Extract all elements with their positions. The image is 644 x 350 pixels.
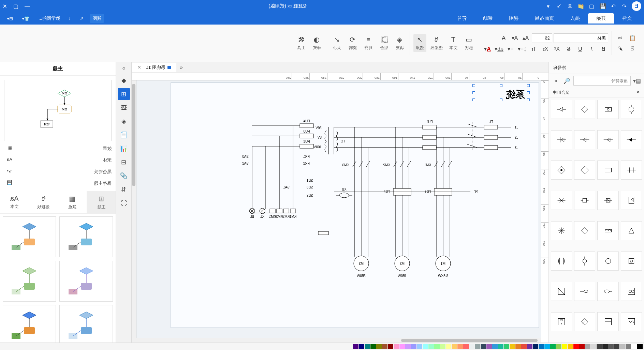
new-icon[interactable]: ▢ [589, 3, 595, 9]
group-tool[interactable]: ⿴组合 [378, 34, 391, 52]
collapse-lib-icon[interactable]: « [551, 76, 561, 86]
color-swatch[interactable] [573, 344, 579, 349]
symbol-item[interactable] [598, 100, 619, 119]
color-swatch[interactable] [626, 344, 631, 349]
color-swatch[interactable] [620, 344, 625, 349]
color-swatch[interactable] [504, 344, 509, 349]
symbol-item[interactable] [574, 252, 595, 271]
symbol-item[interactable] [621, 100, 642, 119]
canvas-scrollbar-vertical[interactable] [132, 80, 136, 338]
line-spacing-icon[interactable]: ‡≡▾ [517, 45, 527, 53]
color-swatch[interactable] [562, 344, 567, 349]
color-swatch[interactable] [486, 344, 492, 349]
symbol-item[interactable] [551, 191, 572, 210]
color-swatch[interactable] [631, 344, 637, 349]
side-fullscreen-icon[interactable]: ⛶ [118, 197, 130, 209]
color-swatch[interactable] [428, 344, 434, 349]
text-case-icon[interactable]: Tr [529, 45, 539, 53]
redo-icon[interactable]: ↷ [611, 3, 617, 9]
collapse-side-icon[interactable]: » [118, 63, 130, 73]
symbol-item[interactable] [551, 282, 572, 301]
symbol-item[interactable] [598, 252, 619, 271]
tabs-prev-icon[interactable]: « [176, 64, 186, 71]
underline-icon[interactable]: U [575, 45, 585, 53]
symbol-item[interactable] [598, 282, 619, 301]
color-swatch[interactable] [498, 344, 503, 349]
strike-icon[interactable]: S̶ [564, 45, 573, 53]
symbol-item[interactable] [551, 221, 572, 240]
color-swatch[interactable] [457, 344, 463, 349]
select-tool[interactable]: ↗选择 [413, 34, 426, 52]
color-swatch[interactable] [394, 344, 399, 349]
color-swatch[interactable] [376, 344, 382, 349]
color-swatch[interactable] [585, 344, 590, 349]
menu-insert[interactable]: 插入 [562, 13, 588, 24]
color-swatch[interactable] [527, 344, 532, 349]
symbol-item[interactable] [551, 130, 572, 149]
text-tool[interactable]: T文本 [447, 34, 460, 52]
color-swatch[interactable] [614, 344, 619, 349]
library-menu-icon[interactable]: ▤▾ [632, 76, 642, 86]
symbol-item[interactable] [574, 312, 595, 331]
color-swatch[interactable] [608, 344, 614, 349]
symbol-item[interactable] [551, 100, 572, 119]
color-swatch[interactable] [353, 344, 358, 349]
symbol-item[interactable] [551, 161, 572, 180]
side-page-icon[interactable]: 📄 [118, 129, 130, 141]
effect-icon[interactable]: ▦ [4, 145, 12, 152]
symbol-item[interactable] [621, 282, 642, 301]
side-layer-icon[interactable]: ◈ [118, 115, 130, 127]
theme-thumb[interactable] [3, 261, 56, 302]
color-swatch[interactable] [515, 344, 521, 349]
color-swatch[interactable] [469, 344, 474, 349]
qat-more-icon[interactable]: ▾ [545, 3, 551, 9]
diagram-title[interactable]: 系统 [506, 88, 525, 101]
symbol-item[interactable] [598, 312, 619, 331]
color-swatch[interactable] [481, 344, 486, 349]
font-size-select[interactable] [532, 33, 552, 43]
rotate-tool[interactable]: ⟲旋转 [346, 34, 359, 52]
color-swatch[interactable] [411, 344, 416, 349]
menu-help[interactable]: 帮助 [475, 13, 501, 24]
font-increase-icon[interactable]: A▴ [521, 34, 530, 42]
rp-tab-connector[interactable]: ↯连接线 [29, 191, 58, 213]
save-theme-icon[interactable]: 💾 [4, 180, 12, 187]
export-icon[interactable]: ⇲ [556, 3, 562, 9]
rp-tab-theme[interactable]: ⊞主题 [87, 191, 116, 213]
color-swatch[interactable] [475, 344, 480, 349]
maximize-button[interactable]: ▢ [13, 3, 18, 10]
grid-menu-icon[interactable]: ⊞▾ [4, 15, 16, 22]
side-chart-icon[interactable]: 📊 [118, 142, 130, 155]
side-fill-icon[interactable]: ◆ [118, 74, 130, 87]
symbol-item[interactable] [574, 221, 595, 240]
theme-thumb[interactable] [60, 305, 113, 343]
tools-tool[interactable]: 🛠工具 [295, 34, 308, 52]
clear-format-icon[interactable]: A̶ [499, 34, 509, 42]
subscript-icon[interactable]: X₂ [541, 45, 550, 53]
superscript-icon[interactable]: X² [552, 45, 562, 53]
color-swatch[interactable] [452, 344, 457, 349]
color-swatch[interactable] [568, 344, 573, 349]
color-swatch[interactable] [365, 344, 370, 349]
symbol-item[interactable] [621, 130, 642, 149]
color-swatch[interactable] [637, 344, 643, 349]
color-swatch[interactable] [446, 344, 451, 349]
menu-view[interactable]: 视图 [501, 13, 527, 24]
help-tip[interactable]: 数学图的... [36, 14, 63, 23]
tab-close-icon[interactable]: ✕ [137, 65, 141, 70]
symbol-item[interactable] [621, 161, 642, 180]
highlight-icon[interactable]: ab▾ [494, 45, 504, 53]
menu-start[interactable]: 开始 [588, 13, 614, 24]
color-swatch[interactable] [602, 344, 608, 349]
shape-tool[interactable]: ▭形状 [463, 34, 475, 52]
color-swatch[interactable] [544, 344, 550, 349]
paste-icon[interactable]: 📋 [628, 34, 637, 42]
minimize-button[interactable]: — [25, 3, 30, 10]
side-table-icon[interactable]: ⊟ [118, 156, 130, 168]
color-swatch[interactable] [359, 344, 364, 349]
color-swatch[interactable] [550, 344, 556, 349]
format-painter-icon[interactable]: 🖌 [615, 44, 625, 52]
color-swatch[interactable] [388, 344, 393, 349]
symbol-item[interactable]: X//Y [551, 312, 572, 331]
symbol-item[interactable] [598, 130, 619, 149]
